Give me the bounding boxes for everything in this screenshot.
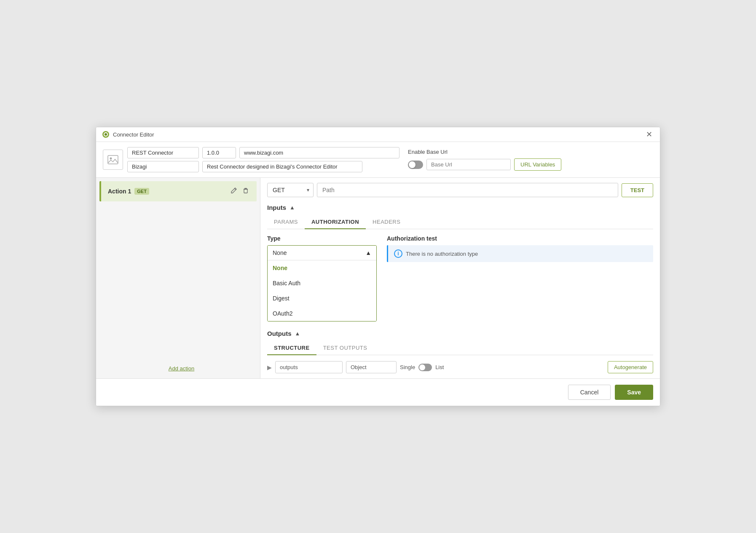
svg-point-4 [110,158,112,160]
tab-params[interactable]: PARAMS [267,215,305,229]
footer: Cancel Save [96,378,660,406]
output-expand-arrow-icon[interactable]: ▶ [267,364,272,371]
main-body: Action 1 GET [96,178,660,378]
svg-rect-5 [244,189,247,193]
single-label: Single [400,364,415,370]
header-row-1 [127,147,399,158]
output-type-input[interactable] [346,361,397,373]
toggle-sm-knob [419,364,425,370]
auth-selected-value: None [273,249,287,256]
enable-base-url-toggle[interactable] [408,161,423,169]
close-button[interactable]: ✕ [644,131,654,138]
inputs-label: Inputs [267,204,286,211]
tab-structure[interactable]: STRUCTURE [267,341,316,355]
auth-test-info: i There is no authorization type [387,245,653,262]
connector-version-input[interactable] [202,147,236,158]
image-icon [107,154,119,166]
outputs-label: Outputs [267,330,292,337]
test-button[interactable]: TEST [622,183,653,197]
outputs-section-header: Outputs ▲ [267,330,653,337]
trash-icon [242,187,249,194]
autogenerate-button[interactable]: Autogenerate [608,361,653,373]
action-method-badge: GET [134,188,149,195]
inputs-collapse-icon[interactable]: ▲ [290,204,295,211]
add-action-link[interactable]: Add action [103,365,260,372]
action-item[interactable]: Action 1 GET [99,181,257,201]
path-input[interactable] [317,183,618,197]
left-panel: Action 1 GET [96,178,260,378]
action-label: Action 1 [108,188,131,195]
auth-dropdown-header[interactable]: None ▲ [268,246,376,260]
save-button[interactable]: Save [615,385,653,400]
header-fields [127,147,399,172]
outputs-collapse-icon[interactable]: ▲ [295,330,300,337]
app-logo-icon [102,131,110,138]
dialog-title: Connector Editor [113,131,154,138]
outputs-content-row: ▶ Single List Autogenerate [267,361,653,373]
tab-headers[interactable]: HEADERS [366,215,407,229]
auth-option-digest[interactable]: Digest [268,291,376,306]
auth-test-label: Authorization test [387,235,653,242]
list-label: List [435,364,444,370]
single-list-toggle: Single List [400,364,444,371]
header-row-2 [127,161,399,172]
outputs-section: Outputs ▲ STRUCTURE TEST OUTPUTS ▶ Singl… [267,330,653,373]
svg-point-2 [105,133,107,136]
auth-type-section: Type None ▲ None Basic Auth Digest OAuth… [267,235,377,321]
auth-dropdown-arrow-icon: ▲ [365,249,371,256]
action-item-left: Action 1 GET [108,188,149,195]
method-path-row: GET POST PUT DELETE PATCH ▾ TEST [267,183,653,197]
connector-author-input[interactable] [127,161,199,172]
output-name-input[interactable] [275,361,343,373]
auth-type-dropdown[interactable]: None ▲ None Basic Auth Digest OAuth2 [267,245,377,321]
inputs-section-header: Inputs ▲ [267,204,653,211]
connector-description-input[interactable] [202,161,362,172]
connector-url-input[interactable] [239,147,399,158]
enable-base-url-label: Enable Base Url [408,149,561,155]
auth-option-oauth2[interactable]: OAuth2 [268,306,376,321]
inputs-tabs: PARAMS AUTHORIZATION HEADERS [267,215,653,229]
enable-toggle-row: URL Variables [408,158,561,171]
single-list-toggle-switch[interactable] [418,364,432,371]
delete-action-button[interactable] [241,186,250,196]
connector-name-input[interactable] [127,147,199,158]
info-icon: i [394,249,402,258]
method-select[interactable]: GET POST PUT DELETE PATCH [267,183,314,197]
edit-icon [231,187,237,194]
toggle-knob [409,161,416,168]
base-url-input[interactable] [426,159,511,170]
title-bar: Connector Editor ✕ [96,127,660,142]
tab-authorization[interactable]: AUTHORIZATION [305,215,366,229]
auth-option-none[interactable]: None [268,260,376,276]
connector-editor-dialog: Connector Editor ✕ Enable Base Url [96,127,660,406]
output-row: ▶ Single List [267,361,444,373]
method-select-wrapper: GET POST PUT DELETE PATCH ▾ [267,183,314,197]
edit-action-button[interactable] [230,186,238,196]
auth-row: Type None ▲ None Basic Auth Digest OAuth… [267,235,653,321]
tab-test-outputs[interactable]: TEST OUTPUTS [316,341,374,355]
action-item-actions [230,186,250,196]
enable-base-url-section: Enable Base Url URL Variables [408,149,561,171]
auth-option-basic[interactable]: Basic Auth [268,276,376,291]
header-section: Enable Base Url URL Variables [96,142,660,178]
auth-type-label: Type [267,235,377,242]
auth-test-section: Authorization test i There is no authori… [387,235,653,262]
url-variables-button[interactable]: URL Variables [514,158,561,171]
svg-rect-3 [108,155,118,164]
connector-icon [103,150,123,170]
outputs-tabs: STRUCTURE TEST OUTPUTS [267,341,653,355]
title-bar-left: Connector Editor [102,131,154,138]
cancel-button[interactable]: Cancel [568,385,611,400]
right-panel: GET POST PUT DELETE PATCH ▾ TEST Inputs … [260,178,660,378]
auth-test-info-text: There is no authorization type [406,251,478,257]
